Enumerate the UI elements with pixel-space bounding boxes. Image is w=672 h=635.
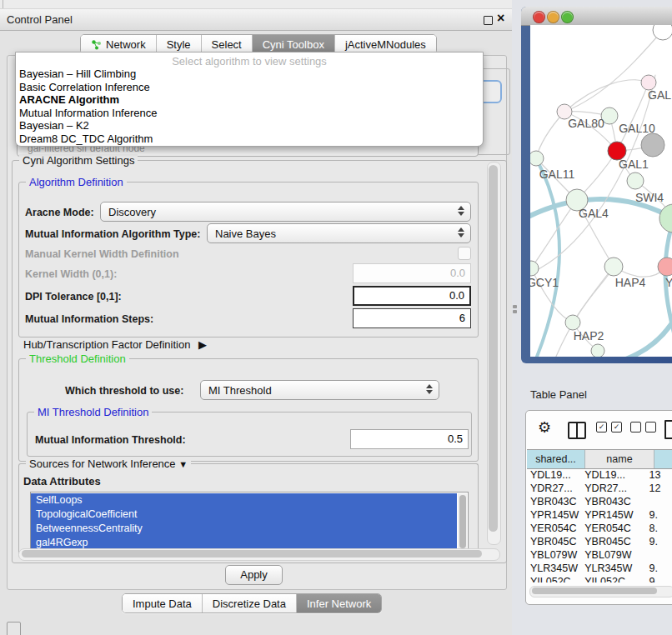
float-window-icon[interactable]: [484, 16, 493, 25]
aracne-mode-combo[interactable]: Discovery: [100, 202, 471, 222]
zoom-traffic-light-icon[interactable]: [561, 11, 574, 23]
table-cell: YLR345W: [581, 562, 645, 575]
dropdown-prompt: Select algorithm to view settings: [16, 55, 483, 68]
dpi-tolerance-field[interactable]: 0.0: [353, 286, 471, 306]
table-row[interactable]: YPR145WYPR145W9.: [527, 508, 672, 522]
column-header-shared-[interactable]: shared...: [527, 450, 585, 468]
table-row[interactable]: YBL079WYBL079W: [527, 548, 672, 562]
node-label-gal1: GAL1: [619, 158, 649, 171]
tab-style[interactable]: Style: [157, 35, 202, 53]
mi-steps-field[interactable]: 6: [353, 308, 471, 328]
table-row[interactable]: YLR345WYLR345W9.: [527, 562, 672, 575]
table-header-row: shared...name: [527, 449, 672, 469]
attributes-scrollbar[interactable]: [458, 493, 467, 551]
hide-columns-unchecked-icon[interactable]: [630, 422, 656, 432]
table-cell: 13: [646, 468, 672, 482]
table-cell: YPR145W: [581, 508, 645, 522]
which-threshold-combo[interactable]: MI Threshold: [200, 380, 439, 400]
dropdown-item-dream8-dc-tdc-algorithm[interactable]: Dream8 DC_TDC Algorithm: [19, 132, 153, 145]
gear-icon[interactable]: ⚙: [538, 418, 551, 437]
settings-horizontal-scrollbar[interactable]: [18, 548, 500, 561]
sources-title-text: Sources for Network Inference: [29, 458, 176, 470]
close-traffic-light-icon[interactable]: [533, 11, 545, 23]
collapse-down-icon[interactable]: ▼: [178, 459, 188, 469]
network-node[interactable]: [627, 172, 644, 189]
tab-impute-data[interactable]: Impute Data: [123, 594, 203, 612]
node-label-gal: GAL: [648, 88, 671, 102]
aracne-mode-value: Discovery: [108, 206, 156, 218]
algorithm-dropdown-list: Select algorithm to view settings Bayesi…: [15, 52, 484, 147]
network-node[interactable]: [641, 133, 664, 157]
table-row[interactable]: YDR27...YDR27...12: [527, 482, 672, 495]
network-node[interactable]: [530, 151, 544, 166]
tab-infer-network[interactable]: Infer Network: [297, 594, 381, 612]
table-horizontal-scrollbar[interactable]: [529, 586, 672, 598]
mi-threshold-field[interactable]: 0.5: [350, 429, 469, 449]
settings-vertical-scrollbar[interactable]: [487, 162, 501, 545]
network-edge[interactable]: [624, 300, 672, 357]
node-label-y: Y: [665, 276, 672, 289]
dropdown-item-bayesian-k2[interactable]: Bayesian – K2: [19, 119, 89, 132]
network-node[interactable]: [658, 258, 672, 276]
network-node[interactable]: [604, 258, 623, 276]
split-columns-icon[interactable]: [568, 422, 586, 439]
manual-kernel-width-checkbox: [458, 247, 471, 260]
which-threshold-label: Which threshold to use:: [65, 385, 183, 397]
attribute-item-selfloops[interactable]: SelfLoops: [31, 493, 457, 508]
split-pane-grip[interactable]: [513, 305, 518, 314]
show-columns-checked-icon[interactable]: ✓✓: [596, 422, 622, 432]
control-panel-window: Control Panel × NetworkStyleSelectCyni T…: [0, 0, 512, 635]
control-panel-title: Control Panel: [7, 13, 73, 26]
close-icon[interactable]: ×: [497, 11, 504, 26]
table-cell: YDR27...: [581, 482, 645, 495]
table-cell: 8.: [646, 522, 672, 535]
network-edge[interactable]: [564, 80, 649, 112]
column-header-hidden[interactable]: [654, 450, 672, 468]
network-node[interactable]: [530, 261, 539, 276]
tab-select[interactable]: Select: [202, 35, 253, 53]
dropdown-item-bayesian-hill-climbing[interactable]: Bayesian – Hill Climbing: [19, 68, 136, 80]
dropdown-item-mutual-information-inference[interactable]: Mutual Information Inference: [19, 107, 157, 119]
dropdown-item-aracne-algorithm[interactable]: ARACNE Algorithm: [19, 93, 119, 106]
mi-algorithm-type-combo[interactable]: Naive Bayes: [207, 223, 471, 243]
node-label-gal10: GAL10: [619, 122, 655, 135]
tab-jactivemnodules[interactable]: jActiveMNodules: [335, 35, 436, 53]
table-cell: 12: [646, 482, 672, 495]
tab-cyni-toolbox[interactable]: Cyni Toolbox: [253, 35, 335, 53]
table-row[interactable]: YDL19...YDL19...13: [527, 468, 672, 482]
node-label-hap4: HAP4: [615, 276, 646, 289]
attribute-item-betweennesscentrality[interactable]: BetweennessCentrality: [31, 522, 457, 536]
cyni-settings-title: Cyni Algorithm Settings: [19, 154, 138, 167]
network-edge[interactable]: [537, 160, 559, 357]
table-row[interactable]: YER054CYER054C8.: [527, 522, 672, 535]
hub-factor-section-label[interactable]: Hub/Transcription Factor Definition ▶: [23, 338, 207, 351]
kernel-width-field: 0.0: [353, 263, 471, 283]
minimize-traffic-light-icon[interactable]: [547, 11, 559, 23]
tab-discretize-data[interactable]: Discretize Data: [203, 594, 297, 612]
table-cell: YBR045C: [527, 535, 581, 548]
apply-button[interactable]: Apply: [225, 565, 283, 585]
network-node[interactable]: [565, 315, 580, 330]
network-node[interactable]: [659, 204, 672, 232]
table-cell: YPR145W: [527, 508, 581, 522]
sources-title: Sources for Network Inference ▼: [26, 458, 191, 470]
attribute-item-topologicalcoefficient[interactable]: TopologicalCoefficient: [31, 508, 457, 522]
algorithm-definition-title: Algorithm Definition: [26, 176, 127, 188]
column-header-name[interactable]: name: [585, 450, 654, 468]
expand-right-icon[interactable]: ▶: [198, 338, 207, 351]
data-attributes-label: Data Attributes: [23, 475, 101, 488]
tab-network[interactable]: Network: [81, 35, 157, 53]
network-window-titlebar[interactable]: [521, 7, 672, 26]
bottom-left-grip[interactable]: [7, 622, 21, 635]
network-edge[interactable]: [665, 225, 672, 357]
network-edge[interactable]: [536, 112, 564, 158]
network-node[interactable]: [591, 344, 604, 357]
network-edge[interactable]: [555, 267, 614, 357]
network-canvas[interactable]: GALGAL80GAL10GAL1GAL11SWI4GAL4GCY1HAP4YH…: [530, 25, 672, 357]
table-row[interactable]: YBR043CYBR043C: [527, 495, 672, 508]
dropdown-item-basic-correlation-inference[interactable]: Basic Correlation Inference: [19, 81, 150, 93]
report-page-icon[interactable]: [664, 420, 672, 439]
table-row[interactable]: YBR045CYBR045C9.: [527, 535, 672, 548]
tab-label: Impute Data: [133, 598, 192, 610]
table-row[interactable]: YIL052CYIL052C9: [527, 575, 672, 582]
